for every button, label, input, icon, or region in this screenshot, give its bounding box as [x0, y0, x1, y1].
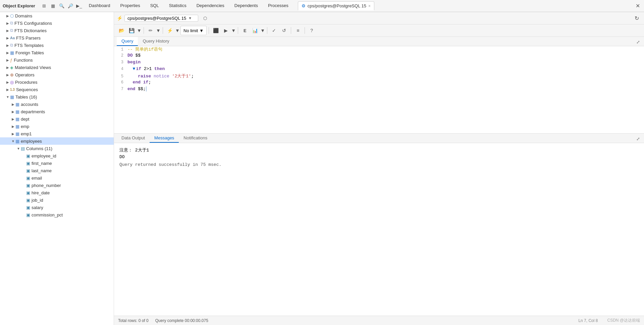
output-expand-button[interactable]: ⤢ [635, 135, 641, 143]
toolbar-sep-6 [291, 27, 291, 34]
tree-node-col-job_id[interactable]: ▶ ▣ job_id [0, 196, 114, 204]
tree-node-col-phone_number[interactable]: ▶ ▣ phone_number [0, 182, 114, 189]
arrow-emp1: ▶ [11, 132, 15, 136]
tab-data-output[interactable]: Data Output [117, 134, 150, 143]
open-file-button[interactable]: 📂 [117, 26, 126, 35]
tree-node-fts-tmpl[interactable]: ▶ ⧉ FTS Templates [0, 42, 114, 49]
arrow-operators: ▶ [5, 73, 10, 77]
tab-active-file[interactable]: ⚙ cps/postgres@PostgreSQL 15 × [298, 1, 374, 10]
sidebar-filter-icon[interactable]: 🔍 [58, 2, 65, 10]
run-button[interactable]: ▶ [221, 26, 230, 35]
fts-conf-label: FTS Configurations [14, 21, 52, 26]
refresh-button[interactable]: ↻ [632, 13, 641, 23]
help-button[interactable]: ? [307, 26, 316, 35]
sidebar-terminal-icon[interactable]: ▶_ [75, 2, 83, 10]
code-content-6: end if; [126, 80, 644, 85]
tree-node-domains[interactable]: ▶ ⬡ Domains [0, 12, 114, 19]
connection-extra-button[interactable]: ⬡ [200, 13, 210, 23]
foreign-tables-label: Foreign Tables [15, 50, 44, 55]
edit-dropdown-button[interactable]: ▼ [156, 26, 161, 35]
output-area: Data Output Messages Notifications ⤢ 注意：… [114, 133, 644, 316]
col-hire_date-label: hire_date [32, 190, 50, 195]
code-editor[interactable]: 1 -- 简单的if语句 2 DO $$ 3 begin 4 ▼if 2>1 t… [114, 46, 644, 133]
columns-icon: ▤ [21, 146, 25, 151]
chart-dropdown-button[interactable]: ▼ [260, 26, 265, 35]
tree-node-col-email[interactable]: ▶ ▣ email [0, 174, 114, 182]
chart-button[interactable]: 📊 [250, 26, 260, 35]
tree-node-matviews[interactable]: ▶ ◈ Materialized Views [0, 64, 114, 71]
save-button[interactable]: 💾 [127, 26, 136, 35]
rollback-button[interactable]: ↺ [279, 26, 289, 35]
tab-dependencies[interactable]: Dependencies [192, 1, 229, 11]
col-commission_pct-label: commission_pct [32, 212, 63, 217]
tab-properties[interactable]: Properties [115, 1, 145, 11]
arrow-tables: ▼ [5, 95, 10, 99]
col-email-label: email [32, 176, 42, 181]
editor-expand-button[interactable]: ⤢ [635, 38, 641, 46]
tree-node-col-first_name[interactable]: ▶ ▣ first_name [0, 159, 114, 167]
sidebar: ▶ ⬡ Domains ▶ ⧉ FTS Configurations ▶ ⧉ F… [0, 12, 114, 325]
code-line-7: 7 end $$; [114, 86, 644, 93]
filter-button[interactable]: ⚡ [165, 26, 174, 35]
employees-label: employees [21, 139, 42, 144]
limit-selector[interactable]: No limit ▼ [180, 26, 207, 35]
tree-node-procedures[interactable]: ▶ ◎ Procedures [0, 78, 114, 86]
explain-button[interactable]: E [240, 26, 250, 35]
close-tab-button[interactable]: × [368, 4, 371, 8]
tree-node-col-employee_id[interactable]: ▶ ▣ employee_id [0, 152, 114, 159]
commit-button[interactable]: ✓ [269, 26, 279, 35]
filter-dropdown-button[interactable]: ▼ [175, 26, 180, 35]
tab-sql[interactable]: SQL [146, 1, 164, 11]
col-last_name-icon: ▣ [26, 168, 30, 173]
tree-node-functions[interactable]: ▶ ƒ Functions [0, 56, 114, 64]
close-window-button[interactable]: ✕ [634, 2, 641, 10]
sidebar-table-icon[interactable]: ▦ [49, 2, 57, 10]
tree-node-accounts[interactable]: ▶ ▦ accounts [0, 101, 114, 108]
tree-node-fts-dict[interactable]: ▶ ⧉ FTS Dictionaries [0, 27, 114, 34]
code-line-3: 3 begin [114, 60, 644, 66]
edit-button[interactable]: ✏ [146, 26, 155, 35]
tree-node-columns[interactable]: ▼ ▤ Columns (11) [0, 145, 114, 152]
tree-node-emp[interactable]: ▶ ▦ emp [0, 123, 114, 130]
tab-dependents[interactable]: Dependents [230, 1, 263, 11]
sidebar-toolbar: ⊞ ▦ 🔍 🔎 ▶_ [41, 2, 83, 10]
tab-query[interactable]: Query [117, 37, 138, 46]
tab-messages[interactable]: Messages [150, 134, 179, 143]
format-button[interactable]: ≡ [293, 26, 303, 35]
sidebar-search-icon[interactable]: 🔎 [67, 2, 74, 10]
tree-node-col-last_name[interactable]: ▶ ▣ last_name [0, 167, 114, 174]
sidebar-grid-icon[interactable]: ⊞ [41, 2, 48, 10]
tree-node-fts-parse[interactable]: ▶ Aa FTS Parsers [0, 34, 114, 42]
tree-node-sequences[interactable]: ▶ 1.3 Sequences [0, 86, 114, 93]
stop-button[interactable]: ⬛ [211, 26, 220, 35]
limit-label: No limit [183, 28, 198, 33]
tree-node-col-hire_date[interactable]: ▶ ▣ hire_date [0, 189, 114, 196]
save-dropdown-button[interactable]: ▼ [137, 26, 142, 35]
tree-node-employees[interactable]: ▼ ▦ employees [0, 137, 114, 145]
col-salary-icon: ▣ [26, 205, 30, 210]
tab-notifications[interactable]: Notifications [179, 134, 212, 143]
tab-statistics[interactable]: Statistics [164, 1, 191, 11]
tree-node-fts-conf[interactable]: ▶ ⧉ FTS Configurations [0, 19, 114, 27]
emp-label: emp [21, 124, 29, 129]
arrow-columns: ▼ [16, 147, 21, 150]
output-notice: 注意： 2大于1 [119, 147, 639, 153]
run-dropdown-button[interactable]: ▼ [231, 26, 236, 35]
tree-node-foreign-tables[interactable]: ▶ ▦ Foreign Tables [0, 49, 114, 56]
tree-node-departments[interactable]: ▶ ▦ departments [0, 108, 114, 115]
tree-node-emp1[interactable]: ▶ ▦ emp1 [0, 130, 114, 137]
tab-processes[interactable]: Processes [263, 1, 293, 11]
tree-node-tables[interactable]: ▼ ▦ Tables (16) [0, 93, 114, 101]
fts-conf-icon: ⧉ [10, 20, 13, 26]
tree-node-operators[interactable]: ▶ ⊕ Operators [0, 71, 114, 78]
arrow-fts-parse: ▶ [5, 36, 10, 40]
matviews-label: Materialized Views [15, 65, 51, 70]
tab-dashboard[interactable]: Dashboard [84, 1, 115, 11]
tree-node-col-salary[interactable]: ▶ ▣ salary [0, 204, 114, 211]
toolbar-sep-7 [305, 27, 305, 34]
tree-node-dept[interactable]: ▶ ▦ dept [0, 115, 114, 123]
col-commission_pct-icon: ▣ [26, 212, 30, 217]
tab-query-history[interactable]: Query History [138, 37, 174, 46]
connection-selector[interactable]: cps/postgres@PostgreSQL 15 ▼ [124, 15, 198, 22]
tree-node-col-commission_pct[interactable]: ▶ ▣ commission_pct [0, 211, 114, 218]
